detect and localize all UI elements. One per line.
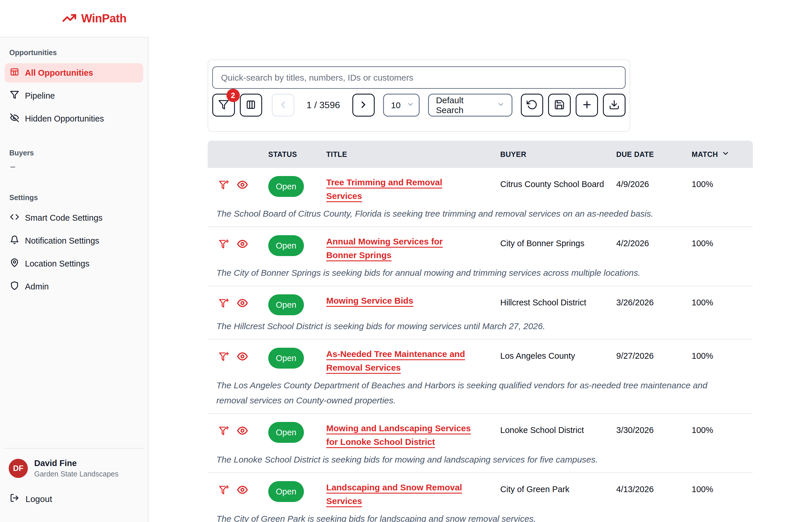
- table-row: Open Mowing and Landscaping Services for…: [208, 414, 753, 473]
- download-icon: [609, 99, 620, 112]
- match-column-header[interactable]: MATCH: [692, 149, 753, 159]
- funnel-plus-icon[interactable]: [219, 425, 229, 439]
- due-date-cell: 3/30/2026: [616, 424, 692, 449]
- export-button[interactable]: [603, 94, 626, 117]
- sidebar: Opportunities All Opportunities Pipeline…: [0, 37, 148, 522]
- sidebar-section-buyers: Buyers: [5, 146, 143, 160]
- opportunity-title-link[interactable]: Mowing Service Bids: [326, 296, 413, 305]
- logout-button[interactable]: Logout: [5, 489, 143, 509]
- brand-logo[interactable]: WinPath: [62, 11, 126, 26]
- toolbar-buttons: 2 1 / 3596: [212, 94, 626, 117]
- page-size-select[interactable]: 10: [383, 94, 420, 117]
- sidebar-item-all-opportunities[interactable]: All Opportunities: [5, 63, 143, 83]
- reset-search-button[interactable]: [521, 94, 544, 117]
- funnel-plus-icon[interactable]: [219, 298, 229, 312]
- top-bar: WinPath: [0, 0, 812, 37]
- eye-icon[interactable]: [237, 298, 248, 312]
- pagination-status: 1 / 3596: [304, 100, 342, 111]
- opportunity-description: The Lonoke School District is seeking bi…: [208, 452, 712, 467]
- page-size-value: 10: [391, 100, 401, 110]
- opportunity-title-link[interactable]: Mowing and Landscaping Services for Lono…: [326, 423, 471, 447]
- opportunity-description: The City of Green Park is seeking bids f…: [208, 511, 712, 522]
- eye-icon[interactable]: [237, 180, 248, 194]
- trending-up-icon: [62, 11, 77, 26]
- sidebar-item-label: Pipeline: [25, 91, 55, 101]
- saved-search-value: Default Search: [436, 95, 491, 115]
- brand-name: WinPath: [81, 12, 126, 25]
- table-row: Open Annual Mowing Services for Bonner S…: [208, 227, 753, 286]
- buyer-cell: Los Angeles County: [500, 349, 616, 375]
- buyer-cell: City of Green Park: [500, 483, 616, 508]
- bell-icon: [10, 235, 19, 246]
- sidebar-item-notification-settings[interactable]: Notification Settings: [5, 231, 143, 250]
- sidebar-item-admin[interactable]: Admin: [5, 277, 143, 296]
- due-date-column-header[interactable]: DUE DATE: [616, 150, 692, 159]
- columns-button[interactable]: [240, 94, 262, 117]
- eye-icon[interactable]: [237, 239, 248, 253]
- eye-icon[interactable]: [237, 351, 248, 365]
- sidebar-item-label: Location Settings: [25, 259, 89, 268]
- table-header: STATUS TITLE BUYER DUE DATE MATCH: [208, 141, 753, 168]
- funnel-plus-icon[interactable]: [219, 351, 229, 365]
- chevron-down-icon: [401, 100, 414, 110]
- funnel-plus-icon[interactable]: [219, 239, 229, 253]
- eye-icon[interactable]: [237, 485, 248, 499]
- eye-icon[interactable]: [237, 425, 248, 439]
- filters-button[interactable]: 2: [212, 94, 235, 117]
- sidebar-item-label: All Opportunities: [25, 68, 93, 78]
- buyer-column-header[interactable]: BUYER: [500, 150, 616, 159]
- sidebar-item-pipeline[interactable]: Pipeline: [5, 86, 143, 105]
- status-badge: Open: [268, 176, 304, 197]
- code-icon: [10, 212, 19, 224]
- opportunity-title-link[interactable]: Annual Mowing Services for Bonner Spring…: [326, 237, 443, 260]
- previous-page-button[interactable]: [272, 94, 295, 117]
- sidebar-section-opportunities: Opportunities: [5, 45, 143, 60]
- eye-off-icon: [10, 113, 19, 124]
- funnel-icon: [218, 99, 229, 112]
- due-date-cell: 9/27/2026: [616, 349, 692, 375]
- match-cell: 100%: [692, 237, 753, 262]
- opportunity-description: The Hillcrest School District is seeking…: [208, 319, 712, 334]
- opportunity-title-link[interactable]: Tree Trimming and Removal Services: [326, 178, 442, 201]
- sidebar-item-hidden-opportunities[interactable]: Hidden Opportunities: [5, 109, 143, 128]
- status-badge: Open: [268, 422, 304, 443]
- sidebar-item-location-settings[interactable]: Location Settings: [5, 254, 143, 274]
- logout-label: Logout: [25, 494, 52, 504]
- due-date-cell: 4/13/2026: [616, 483, 692, 508]
- opportunity-title-link[interactable]: As-Needed Tree Maintenance and Removal S…: [326, 349, 465, 373]
- opportunity-title-link[interactable]: Landscaping and Snow Removal Services: [326, 483, 462, 506]
- user-profile: DF David Fine Garden State Landscapes: [5, 448, 143, 478]
- next-page-button[interactable]: [352, 94, 375, 117]
- due-date-cell: 4/2/2026: [616, 237, 692, 262]
- match-cell: 100%: [692, 296, 753, 315]
- due-date-cell: 3/26/2026: [616, 296, 692, 315]
- match-cell: 100%: [692, 349, 753, 375]
- avatar: DF: [9, 459, 28, 478]
- funnel-plus-icon[interactable]: [219, 180, 229, 194]
- table-icon: [10, 67, 19, 79]
- sidebar-item-smart-code-settings[interactable]: Smart Code Settings: [5, 208, 143, 228]
- match-cell: 100%: [692, 424, 753, 449]
- search-input[interactable]: [212, 66, 626, 89]
- sort-chevron-down-icon: [718, 149, 730, 159]
- opportunity-description: The City of Bonner Springs is seeking bi…: [208, 265, 712, 280]
- funnel-plus-icon[interactable]: [219, 485, 229, 499]
- match-column-label: MATCH: [692, 150, 718, 159]
- status-column-header[interactable]: STATUS: [268, 150, 326, 159]
- user-name: David Fine: [34, 459, 118, 468]
- buyer-cell: Lonoke School District: [500, 424, 616, 449]
- sidebar-item-label: Admin: [25, 282, 49, 292]
- buyer-cell: Hillcrest School District: [500, 296, 616, 315]
- rotate-ccw-icon: [527, 99, 537, 112]
- table-row: Open Mowing Service Bids Hillcrest Schoo…: [208, 286, 753, 340]
- saved-search-select[interactable]: Default Search: [428, 94, 512, 117]
- status-badge: Open: [268, 481, 304, 502]
- save-search-button[interactable]: [548, 94, 571, 117]
- filter-count-badge: 2: [226, 89, 240, 102]
- match-cell: 100%: [692, 483, 753, 508]
- title-column-header[interactable]: TITLE: [326, 150, 500, 159]
- table-row: Open Tree Trimming and Removal Services …: [208, 168, 753, 227]
- plus-icon: [582, 99, 592, 112]
- funnel-icon: [10, 90, 19, 101]
- new-search-button[interactable]: [576, 94, 598, 117]
